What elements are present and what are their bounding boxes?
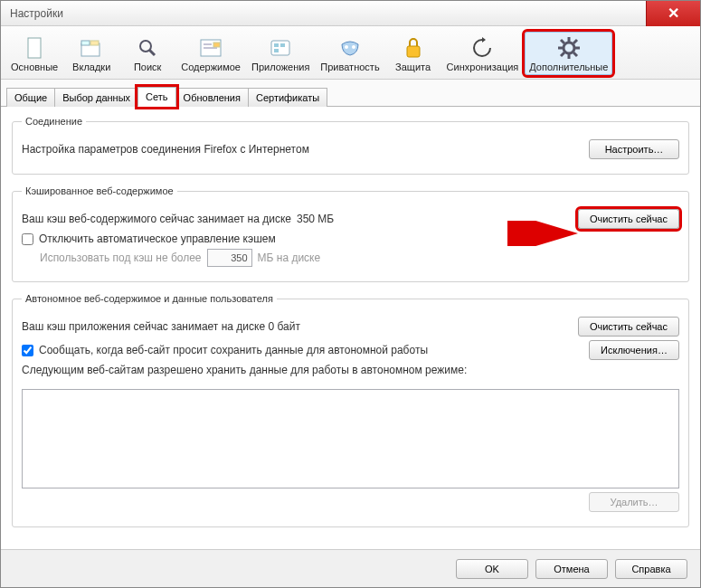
override-cache-checkbox[interactable] [22, 233, 33, 245]
svg-rect-3 [90, 41, 99, 45]
offline-exceptions-button[interactable]: Исключения… [589, 340, 679, 360]
close-button[interactable]: ✕ [646, 1, 700, 26]
offline-notify-checkbox[interactable] [22, 345, 33, 356]
offline-notify-label[interactable]: Сообщать, когда веб-сайт просит сохранит… [39, 344, 428, 356]
titlebar: Настройки ✕ [1, 1, 700, 26]
bottom-bar: OK Отмена Справка [1, 549, 700, 587]
toolbar-advanced-label: Дополнительные [529, 62, 608, 72]
svg-line-25 [561, 52, 564, 56]
offline-legend: Автономное веб-содержимое и данные польз… [22, 293, 277, 304]
svg-rect-16 [407, 46, 420, 57]
toolbar-tabs[interactable]: Вкладки [64, 32, 118, 75]
cache-limit-label-post: МБ на диске [258, 251, 321, 264]
svg-line-5 [149, 50, 155, 55]
toolbar: Основные Вкладки Поиск Содержимое Прилож… [1, 26, 700, 80]
toolbar-apps-label: Приложения [251, 62, 309, 72]
connection-settings-button[interactable]: Настроить… [589, 139, 679, 159]
toolbar-general[interactable]: Основные [6, 32, 62, 75]
svg-rect-13 [274, 49, 279, 52]
tab-updates[interactable]: Обновления [175, 88, 249, 107]
toolbar-tabs-label: Вкладки [72, 62, 110, 72]
cache-limit-input[interactable] [207, 249, 252, 267]
toolbar-privacy-label: Приватность [320, 62, 379, 72]
toolbar-sync-label: Синхронизация [447, 62, 519, 72]
tabs-icon [79, 36, 104, 60]
cache-clear-button[interactable]: Очистить сейчас [578, 209, 679, 229]
svg-rect-10 [271, 41, 289, 55]
offline-sites-label: Следующим веб-сайтам разрешено хранить д… [22, 364, 679, 376]
toolbar-content[interactable]: Содержимое [176, 32, 245, 75]
content-area: Соединение Настройка параметров соединен… [1, 107, 700, 568]
toolbar-security[interactable]: Защита [386, 32, 440, 75]
svg-line-23 [561, 40, 564, 43]
sync-icon [469, 36, 495, 60]
toolbar-content-label: Содержимое [181, 62, 241, 72]
toolbar-search[interactable]: Поиск [120, 32, 175, 75]
gear-icon [556, 36, 582, 60]
svg-rect-2 [81, 41, 90, 45]
help-button[interactable]: Справка [615, 559, 687, 579]
offline-remove-button: Удалить… [589, 492, 679, 512]
svg-rect-12 [280, 43, 285, 47]
window-title: Настройки [10, 7, 63, 20]
page-icon [22, 36, 47, 60]
cache-size-text: Ваш кэш веб-содержимого сейчас занимает … [22, 213, 569, 225]
search-icon [135, 36, 160, 60]
svg-rect-0 [28, 38, 41, 58]
toolbar-security-label: Защита [395, 62, 431, 72]
svg-point-18 [564, 43, 574, 53]
svg-point-15 [352, 45, 355, 49]
tab-general[interactable]: Общие [6, 88, 55, 107]
svg-point-14 [345, 45, 348, 49]
toolbar-sync[interactable]: Синхронизация [442, 32, 524, 75]
offline-text: Ваш кэш приложения сейчас занимает на ди… [22, 320, 569, 333]
svg-rect-11 [274, 43, 279, 47]
toolbar-search-label: Поиск [134, 62, 161, 72]
override-cache-label[interactable]: Отключить автоматическое управление кэше… [39, 232, 276, 245]
svg-rect-9 [213, 43, 220, 47]
toolbar-advanced[interactable]: Дополнительные [525, 32, 612, 75]
tab-data-choices[interactable]: Выбор данных [54, 88, 138, 107]
cache-limit-label-pre: Использовать под кэш не более [40, 251, 202, 264]
offline-clear-button[interactable]: Очистить сейчас [578, 317, 679, 337]
connection-legend: Соединение [22, 116, 86, 127]
connection-section: Соединение Настройка параметров соединен… [12, 116, 689, 175]
svg-marker-17 [482, 37, 486, 43]
close-icon: ✕ [668, 5, 679, 22]
cache-legend: Кэшированное веб-содержимое [22, 185, 177, 196]
tab-network[interactable]: Сеть [137, 87, 175, 107]
mask-icon [337, 36, 363, 60]
connection-text: Настройка параметров соединения Firefox … [22, 143, 580, 156]
lock-icon [401, 36, 426, 60]
apps-icon [268, 36, 293, 60]
svg-line-26 [573, 40, 577, 43]
offline-sites-list[interactable] [22, 389, 679, 488]
cancel-button[interactable]: Отмена [535, 559, 608, 579]
tabbar: Общие Выбор данных Сеть Обновления Серти… [1, 80, 700, 107]
ok-button[interactable]: OK [456, 559, 528, 579]
cache-section: Кэшированное веб-содержимое Ваш кэш веб-… [12, 185, 689, 282]
offline-section: Автономное веб-содержимое и данные польз… [12, 293, 689, 527]
svg-line-24 [573, 52, 577, 56]
toolbar-general-label: Основные [11, 62, 58, 72]
toolbar-apps[interactable]: Приложения [247, 32, 314, 75]
content-icon [198, 36, 223, 60]
tab-certs[interactable]: Сертификаты [248, 88, 327, 107]
toolbar-privacy[interactable]: Приватность [316, 32, 384, 75]
